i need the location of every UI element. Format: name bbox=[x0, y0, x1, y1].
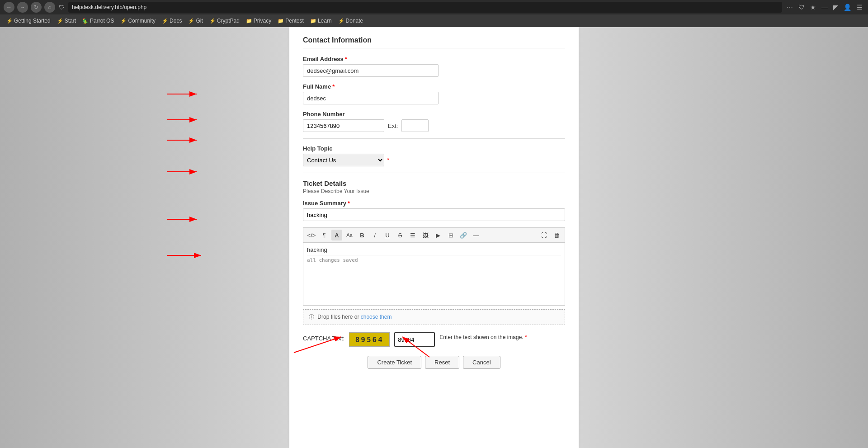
reader-button[interactable]: ◤ bbox=[831, 3, 840, 12]
bookmark-icon-learn: 📁 bbox=[310, 18, 316, 24]
choose-files-link[interactable]: choose them bbox=[361, 314, 392, 320]
bookmark-privacy[interactable]: 📁 Privacy bbox=[243, 17, 274, 25]
phone-label: Phone Number bbox=[303, 111, 565, 118]
home-button[interactable]: ⌂ bbox=[44, 2, 55, 13]
help-topic-required: * bbox=[387, 156, 389, 164]
toolbar-font-btn[interactable]: Aa bbox=[344, 230, 355, 241]
create-ticket-button[interactable]: Create Ticket bbox=[368, 356, 421, 369]
action-row: Create Ticket Reset Cancel bbox=[303, 356, 565, 369]
email-label: Email Address* bbox=[303, 56, 565, 62]
browser-titlebar: ← → ↻ ⌂ 🛡 ⋯ 🛡 ★ — ◤ 👤 ☰ bbox=[0, 0, 868, 14]
issue-summary-input[interactable] bbox=[303, 208, 565, 221]
toolbar-video-btn[interactable]: ▶ bbox=[433, 230, 443, 241]
editor-status: all changes saved bbox=[307, 255, 561, 263]
divider-1 bbox=[303, 138, 565, 139]
shield-action-button[interactable]: 🛡 bbox=[797, 3, 807, 12]
toolbar-table-btn[interactable]: ⊞ bbox=[445, 230, 456, 241]
phone-row: Ext: bbox=[303, 119, 565, 132]
captcha-image: 89564 bbox=[349, 332, 390, 347]
bookmark-cryptpad[interactable]: ⚡ CryptPad bbox=[207, 17, 242, 25]
toolbar-list-btn[interactable]: ☰ bbox=[407, 230, 418, 241]
captcha-hint: Enter the text shown on the image. * bbox=[439, 332, 527, 340]
bookmark-icon-git: ⚡ bbox=[188, 18, 194, 24]
extensions-button[interactable]: ⋯ bbox=[785, 3, 795, 12]
toolbar-paragraph-btn[interactable]: ¶ bbox=[319, 230, 330, 241]
page-background: Contact Information Email Address* Full … bbox=[0, 27, 868, 448]
bookmark-icon-getting-started: ⚡ bbox=[6, 18, 13, 24]
cancel-button[interactable]: Cancel bbox=[463, 356, 500, 369]
browser-actions: ⋯ 🛡 ★ — ◤ 👤 ☰ bbox=[785, 3, 864, 12]
help-topic-label: Help Topic bbox=[303, 145, 565, 152]
editor-toolbar: </> ¶ A Aa B I U S ☰ 🖼 ▶ ⊞ 🔗 — ⛶ 🗑 bbox=[303, 227, 565, 242]
reset-button[interactable]: Reset bbox=[425, 356, 459, 369]
help-topic-group: Help Topic Contact Us General Inquiry Te… bbox=[303, 145, 565, 166]
captcha-input[interactable] bbox=[394, 332, 435, 347]
menu-button[interactable]: ☰ bbox=[855, 3, 864, 12]
ticket-details-subtitle: Please Describe Your Issue bbox=[303, 188, 565, 194]
browser-chrome: ← → ↻ ⌂ 🛡 ⋯ 🛡 ★ — ◤ 👤 ☰ ⚡ Getting Starte… bbox=[0, 0, 868, 27]
bookmark-icon-docs: ⚡ bbox=[162, 18, 168, 24]
help-topic-row: Contact Us General Inquiry Technical Sup… bbox=[303, 154, 565, 166]
ticket-details-group: Ticket Details Please Describe Your Issu… bbox=[303, 179, 565, 221]
bookmark-icon-community: ⚡ bbox=[120, 18, 127, 24]
phone-input[interactable] bbox=[303, 119, 384, 132]
toolbar-image-btn[interactable]: 🖼 bbox=[420, 230, 431, 241]
toolbar-hr-btn[interactable]: — bbox=[471, 230, 481, 241]
toolbar-italic-btn[interactable]: I bbox=[369, 230, 380, 241]
ext-label: Ext: bbox=[388, 123, 398, 129]
bookmark-icon-cryptpad: ⚡ bbox=[209, 18, 216, 24]
contact-info-title: Contact Information bbox=[303, 36, 565, 48]
bookmark-learn[interactable]: 📁 Learn bbox=[307, 17, 335, 25]
bookmark-icon-privacy: 📁 bbox=[246, 18, 252, 24]
help-topic-select[interactable]: Contact Us General Inquiry Technical Sup… bbox=[303, 154, 384, 166]
reload-button[interactable]: ↻ bbox=[31, 2, 42, 13]
toolbar-bold-btn[interactable]: B bbox=[357, 230, 368, 241]
security-icon: 🛡 bbox=[59, 4, 65, 11]
ext-input[interactable] bbox=[401, 119, 429, 132]
address-bar[interactable] bbox=[68, 2, 782, 13]
toolbar-source-btn[interactable]: </> bbox=[306, 230, 317, 241]
divider-2 bbox=[303, 173, 565, 173]
email-input[interactable] bbox=[303, 64, 439, 77]
profile-button[interactable]: 👤 bbox=[842, 3, 853, 12]
bookmark-docs[interactable]: ⚡ Docs bbox=[159, 17, 184, 25]
fullname-input[interactable] bbox=[303, 92, 439, 104]
bookmark-parrot[interactable]: 🦜 Parrot OS bbox=[80, 17, 117, 25]
bookmark-getting-started[interactable]: ⚡ Getting Started bbox=[4, 17, 53, 25]
fullname-group: Full Name* bbox=[303, 83, 565, 104]
issue-summary-label: Issue Summary* bbox=[303, 200, 565, 207]
bookmark-icon-parrot: 🦜 bbox=[82, 18, 89, 24]
bookmark-icon-start: ⚡ bbox=[57, 18, 63, 24]
form-container: Contact Information Email Address* Full … bbox=[289, 27, 579, 448]
bookmark-git[interactable]: ⚡ Git bbox=[185, 17, 205, 25]
email-group: Email Address* bbox=[303, 56, 565, 77]
toolbar-underline-btn[interactable]: U bbox=[382, 230, 393, 241]
toolbar-strike-btn[interactable]: S bbox=[395, 230, 406, 241]
toolbar-format-btn[interactable]: A bbox=[331, 230, 342, 241]
info-icon: ⓘ bbox=[309, 314, 314, 320]
toolbar-link-btn[interactable]: 🔗 bbox=[458, 230, 469, 241]
file-drop-zone[interactable]: ⓘ Drop files here or choose them bbox=[303, 309, 565, 325]
bookmark-icon-pentest: 📁 bbox=[278, 18, 284, 24]
bookmarks-bar: ⚡ Getting Started ⚡ Start 🦜 Parrot OS ⚡ … bbox=[0, 14, 868, 27]
phone-group: Phone Number Ext: bbox=[303, 111, 565, 132]
captcha-row: CAPTCHA Text: 89564 Enter the text shown… bbox=[303, 332, 565, 347]
toolbar-delete-btn[interactable]: 🗑 bbox=[551, 230, 562, 241]
forward-button[interactable]: → bbox=[17, 2, 28, 13]
toolbar-right: ⛶ 🗑 bbox=[538, 230, 562, 241]
bookmark-community[interactable]: ⚡ Community bbox=[118, 17, 158, 25]
back-button[interactable]: ← bbox=[4, 2, 14, 13]
fullname-label: Full Name* bbox=[303, 83, 565, 90]
editor-area[interactable]: hacking all changes saved bbox=[303, 242, 565, 306]
bookmark-pentest[interactable]: 📁 Pentest bbox=[275, 17, 307, 25]
captcha-label: CAPTCHA Text: bbox=[303, 332, 344, 342]
bookmark-start[interactable]: ⚡ Start bbox=[54, 17, 79, 25]
bookmark-donate[interactable]: ⚡ Donate bbox=[335, 17, 366, 25]
toolbar-fullscreen-btn[interactable]: ⛶ bbox=[538, 230, 549, 241]
ticket-details-title: Ticket Details bbox=[303, 179, 565, 187]
bookmarks-button[interactable]: — bbox=[820, 3, 830, 12]
bookmark-icon-donate: ⚡ bbox=[338, 18, 344, 24]
star-button[interactable]: ★ bbox=[808, 3, 818, 12]
